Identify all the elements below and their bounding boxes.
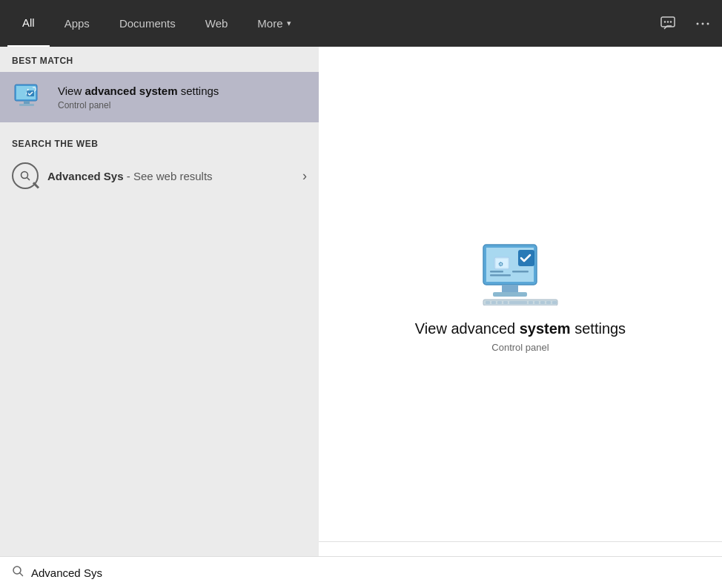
nav-right-icons	[656, 12, 715, 36]
best-match-result[interactable]: View advanced system settings Control pa…	[0, 72, 319, 122]
svg-point-12	[21, 172, 28, 179]
feedback-button[interactable]	[656, 12, 680, 36]
main-layout: Best match View advance	[0, 47, 722, 588]
result-subtitle: Control panel	[58, 100, 219, 110]
tab-all[interactable]: All	[7, 0, 50, 47]
best-match-label: Best match	[0, 47, 319, 72]
svg-rect-10	[19, 104, 34, 106]
web-search-section: Search the web Advanced Sys - See web re…	[0, 130, 319, 196]
svg-text:⚙: ⚙	[498, 261, 503, 268]
svg-point-1	[664, 21, 666, 22]
svg-rect-24	[512, 271, 529, 273]
bottom-search-icon	[12, 565, 24, 580]
svg-line-13	[27, 178, 30, 181]
more-options-button[interactable]	[691, 12, 715, 36]
result-title: View advanced system settings	[58, 84, 219, 99]
svg-rect-27	[491, 301, 496, 304]
svg-rect-22	[490, 271, 503, 273]
svg-point-6	[707, 22, 709, 24]
svg-rect-31	[529, 301, 533, 304]
computer-small-icon	[13, 83, 46, 111]
svg-point-5	[702, 22, 704, 24]
svg-rect-17	[493, 292, 527, 297]
search-icon	[12, 162, 39, 189]
svg-rect-30	[509, 301, 527, 304]
svg-rect-26	[486, 301, 490, 304]
top-navigation: All Apps Documents Web More ▾	[0, 0, 722, 47]
tab-documents[interactable]: Documents	[105, 0, 191, 47]
svg-rect-23	[490, 274, 511, 277]
nav-tabs: All Apps Documents Web More ▾	[7, 0, 306, 47]
chevron-down-icon: ▾	[287, 19, 291, 28]
svg-point-4	[697, 22, 699, 24]
chevron-right-icon: ›	[302, 168, 307, 184]
tab-apps[interactable]: Apps	[50, 0, 105, 47]
svg-point-3	[670, 21, 672, 22]
svg-point-2	[667, 21, 669, 22]
search-input[interactable]	[31, 566, 710, 579]
right-panel: ⚙	[319, 47, 722, 588]
detail-app-icon: ⚙	[480, 242, 561, 305]
web-search-label: Search the web	[0, 130, 319, 155]
svg-rect-9	[24, 101, 30, 104]
svg-rect-33	[540, 301, 545, 304]
ellipsis-icon	[695, 16, 711, 32]
feedback-icon	[660, 16, 676, 32]
detail-subtitle: Control panel	[491, 342, 549, 353]
detail-title: View advanced system settings	[415, 320, 626, 337]
svg-rect-32	[534, 301, 539, 304]
svg-line-39	[20, 573, 23, 576]
result-app-icon	[12, 79, 47, 115]
computer-large-icon: ⚙	[480, 242, 561, 305]
result-text: View advanced system settings Control pa…	[58, 84, 219, 110]
svg-rect-34	[546, 301, 551, 304]
svg-rect-35	[552, 301, 557, 304]
tab-more[interactable]: More ▾	[242, 0, 305, 47]
detail-top: ⚙	[319, 47, 722, 542]
svg-rect-28	[497, 301, 502, 304]
tab-web[interactable]: Web	[191, 0, 243, 47]
bottom-search-bar	[0, 556, 722, 588]
web-search-item[interactable]: Advanced Sys - See web results ›	[0, 155, 319, 196]
svg-rect-16	[502, 285, 518, 292]
svg-rect-29	[503, 301, 508, 304]
left-panel: Best match View advance	[0, 47, 319, 588]
web-search-query: Advanced Sys - See web results	[47, 170, 302, 182]
